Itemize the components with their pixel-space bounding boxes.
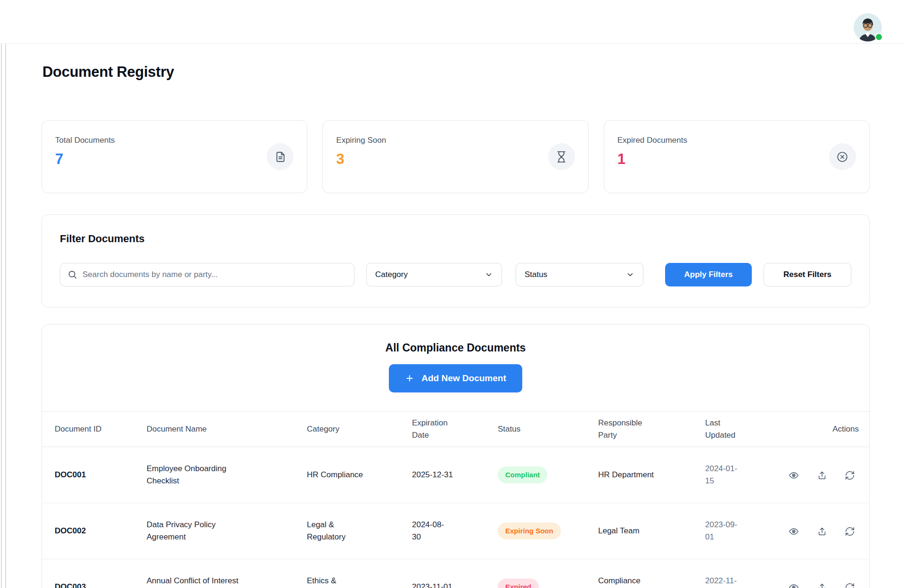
cell-document-id: DOC002 — [42, 503, 134, 559]
cell-status: Expired — [485, 559, 585, 588]
cell-document-name: Data Privacy Policy Agreement — [134, 503, 294, 559]
cell-actions — [776, 447, 870, 503]
table-row: DOC003 Annual Conflict of Interest Ethic… — [42, 559, 870, 588]
stat-value: 3 — [336, 151, 386, 167]
chevron-down-icon — [485, 270, 493, 279]
hourglass-icon — [548, 143, 575, 170]
filter-title: Filter Documents — [60, 233, 851, 245]
category-select[interactable]: Category — [366, 263, 502, 286]
category-select-label: Category — [375, 270, 408, 279]
refresh-icon[interactable] — [845, 470, 855, 481]
documents-panel: All Compliance Documents Add New Documen… — [41, 324, 870, 588]
stat-label: Expiring Soon — [336, 135, 386, 146]
upload-icon[interactable] — [817, 470, 827, 481]
cell-actions — [776, 559, 870, 588]
cell-last-updated: 2023-09- 01 — [692, 503, 776, 559]
cell-responsible-party: Compliance — [585, 559, 692, 588]
filter-panel: Filter Documents Category Status Ap — [41, 214, 870, 308]
table-row: DOC001 Employee Onboarding Checklist HR … — [42, 447, 870, 503]
cell-document-name: Annual Conflict of Interest — [134, 559, 294, 588]
cell-document-name: Employee Onboarding Checklist — [134, 447, 294, 503]
stat-label: Total Documents — [55, 135, 115, 146]
search-box — [60, 263, 354, 286]
cell-document-id: DOC003 — [42, 559, 134, 588]
eye-icon[interactable] — [789, 526, 799, 537]
left-rail-divider — [1, 44, 6, 588]
cell-responsible-party: HR Department — [585, 447, 692, 503]
cell-expiration-date: 2025-12-31 — [399, 447, 485, 503]
status-select-label: Status — [525, 270, 547, 279]
upload-icon[interactable] — [817, 582, 827, 588]
upload-icon[interactable] — [817, 526, 827, 537]
x-circle-icon — [829, 143, 856, 170]
search-icon — [67, 270, 77, 279]
status-badge: Expiring Soon — [498, 523, 561, 539]
col-document-name: Document Name — [134, 412, 294, 447]
eye-icon[interactable] — [789, 470, 799, 481]
main-content: Document Registry Total Documents 7 Expi… — [0, 64, 905, 588]
stat-card-total-documents: Total Documents 7 — [41, 120, 307, 193]
documents-table: Document ID Document Name Category Expir… — [42, 411, 870, 588]
plus-icon — [405, 374, 414, 383]
cell-status: Expiring Soon — [485, 503, 585, 559]
add-new-document-button[interactable]: Add New Document — [389, 364, 522, 392]
col-status: Status — [485, 412, 585, 447]
stat-card-expired-documents: Expired Documents 1 — [604, 120, 870, 193]
col-document-id: Document ID — [42, 412, 134, 447]
chevron-down-icon — [626, 270, 634, 279]
topbar — [0, 0, 905, 44]
apply-filters-button[interactable]: Apply Filters — [665, 263, 752, 286]
page-title: Document Registry — [42, 64, 870, 81]
status-select[interactable]: Status — [516, 263, 643, 286]
add-new-document-label: Add New Document — [421, 373, 506, 384]
status-badge: Expired — [498, 579, 539, 588]
search-input[interactable] — [60, 263, 354, 286]
cell-document-id: DOC001 — [42, 447, 134, 503]
cell-actions — [776, 503, 870, 559]
table-row: DOC002 Data Privacy Policy Agreement Leg… — [42, 503, 870, 559]
cell-category: HR Compliance — [294, 447, 399, 503]
col-category: Category — [294, 412, 399, 447]
stat-value: 1 — [617, 151, 687, 167]
stat-label: Expired Documents — [617, 135, 687, 146]
col-last-updated: Last Updated — [692, 412, 776, 447]
refresh-icon[interactable] — [845, 526, 855, 537]
cell-responsible-party: Legal Team — [585, 503, 692, 559]
cell-expiration-date: 2024-08- 30 — [399, 503, 485, 559]
reset-filters-button[interactable]: Reset Filters — [764, 263, 851, 286]
refresh-icon[interactable] — [845, 582, 855, 588]
user-avatar[interactable] — [854, 13, 882, 41]
documents-title: All Compliance Documents — [42, 342, 869, 354]
online-status-dot — [875, 33, 883, 41]
stat-card-expiring-soon: Expiring Soon 3 — [322, 120, 588, 193]
cell-expiration-date: 2023-11-01 — [399, 559, 485, 588]
cell-category: Ethics & — [294, 559, 399, 588]
cell-last-updated: 2022-11- — [692, 559, 776, 588]
table-header-row: Document ID Document Name Category Expir… — [42, 412, 870, 447]
stats-row: Total Documents 7 Expiring Soon 3 — [41, 120, 870, 193]
col-actions: Actions — [776, 412, 870, 447]
stat-value: 7 — [55, 151, 115, 167]
cell-category: Legal & Regulatory — [294, 503, 399, 559]
eye-icon[interactable] — [789, 582, 799, 588]
status-badge: Compliant — [498, 466, 547, 483]
cell-status: Compliant — [485, 447, 585, 503]
cell-last-updated: 2024-01- 15 — [692, 447, 776, 503]
col-responsible-party: Responsible Party — [585, 412, 692, 447]
file-text-icon — [267, 143, 294, 170]
col-expiration-date: Expiration Date — [399, 412, 485, 447]
